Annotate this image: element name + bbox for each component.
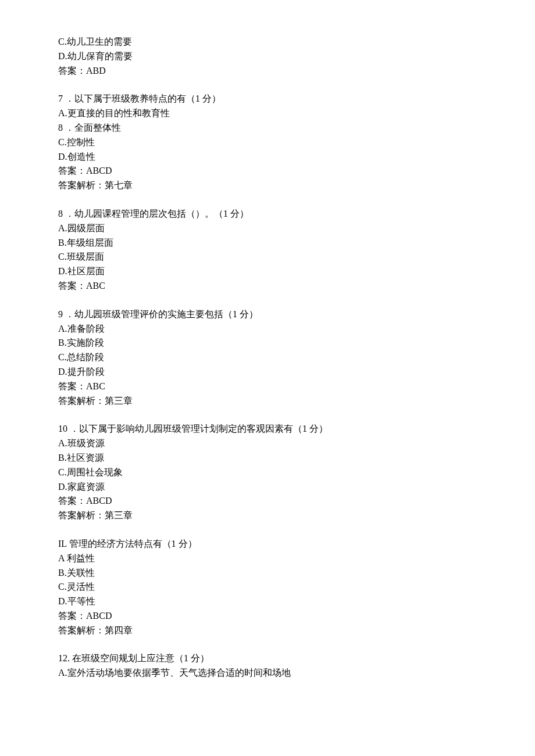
option-d: D.平等性 bbox=[58, 594, 477, 609]
answer-line: 答案：ABCD bbox=[58, 609, 477, 624]
option-b: B.实施阶段 bbox=[58, 336, 477, 350]
analysis-line: 答案解析：第三章 bbox=[58, 508, 477, 523]
option-c: C.控制性 bbox=[58, 135, 477, 150]
option-a: A.班级资源 bbox=[58, 436, 477, 451]
option-b: B.年级组层面 bbox=[58, 236, 477, 250]
option-a: A.室外活动场地要依据季节、天气选择合适的时间和场地 bbox=[58, 666, 477, 680]
option-d: D.家庭资源 bbox=[58, 480, 477, 495]
option-b: B.社区资源 bbox=[58, 451, 477, 465]
question-stem: 10 ．以下属于影响幼儿园班级管理计划制定的客观因素有（1 分） bbox=[58, 422, 477, 436]
analysis-line: 答案解析：第三章 bbox=[58, 394, 477, 409]
option-a: A.园级层面 bbox=[58, 221, 477, 236]
analysis-line: 答案解析：第七章 bbox=[58, 178, 477, 193]
option-a: A 利益性 bbox=[58, 551, 477, 566]
option-c: C.班级层面 bbox=[58, 250, 477, 264]
option-a: A.更直接的目的性和教育性 bbox=[58, 106, 477, 121]
option-b: 8 ．全面整体性 bbox=[58, 121, 477, 135]
answer-line: 答案：ABC bbox=[58, 279, 477, 293]
question-9: 9 ．幼儿园班级管理评价的实施主要包括（1 分） A.准备阶段 B.实施阶段 C… bbox=[58, 307, 477, 409]
option-c: C.周围社会现象 bbox=[58, 465, 477, 480]
question-stem: 8 ．幼儿园课程管理的层次包括（）。（1 分） bbox=[58, 207, 477, 221]
option-c: C.灵活性 bbox=[58, 580, 477, 594]
question-stem: 9 ．幼儿园班级管理评价的实施主要包括（1 分） bbox=[58, 307, 477, 322]
option-b: B.关联性 bbox=[58, 566, 477, 581]
question-fragment-top: C.幼儿卫生的需要 D.幼儿保育的需要 答案：ABD bbox=[58, 35, 477, 78]
option-d: D.创造性 bbox=[58, 150, 477, 164]
question-8: 8 ．幼儿园课程管理的层次包括（）。（1 分） A.园级层面 B.年级组层面 C… bbox=[58, 207, 477, 293]
question-12: 12. 在班级空间规划上应注意（1 分） A.室外活动场地要依据季节、天气选择合… bbox=[58, 651, 477, 680]
analysis-line: 答案解析：第四章 bbox=[58, 624, 477, 638]
option-c: C.幼儿卫生的需要 bbox=[58, 35, 477, 49]
answer-line: 答案：ABD bbox=[58, 64, 477, 78]
answer-line: 答案：ABCD bbox=[58, 164, 477, 178]
answer-line: 答案：ABCD bbox=[58, 494, 477, 508]
option-c: C.总结阶段 bbox=[58, 350, 477, 365]
option-a: A.准备阶段 bbox=[58, 322, 477, 336]
option-d: D.提升阶段 bbox=[58, 365, 477, 379]
question-stem: 7 ．以下属于班级教养特点的有（1 分） bbox=[58, 92, 477, 106]
question-stem: 12. 在班级空间规划上应注意（1 分） bbox=[58, 651, 477, 666]
option-d: D.幼儿保育的需要 bbox=[58, 49, 477, 64]
question-7: 7 ．以下属于班级教养特点的有（1 分） A.更直接的目的性和教育性 8 ．全面… bbox=[58, 92, 477, 193]
question-11: IL 管理的经济方法特点有（1 分） A 利益性 B.关联性 C.灵活性 D.平… bbox=[58, 537, 477, 638]
question-10: 10 ．以下属于影响幼儿园班级管理计划制定的客观因素有（1 分） A.班级资源 … bbox=[58, 422, 477, 523]
option-d: D.社区层面 bbox=[58, 264, 477, 279]
answer-line: 答案：ABC bbox=[58, 379, 477, 394]
question-stem: IL 管理的经济方法特点有（1 分） bbox=[58, 537, 477, 551]
